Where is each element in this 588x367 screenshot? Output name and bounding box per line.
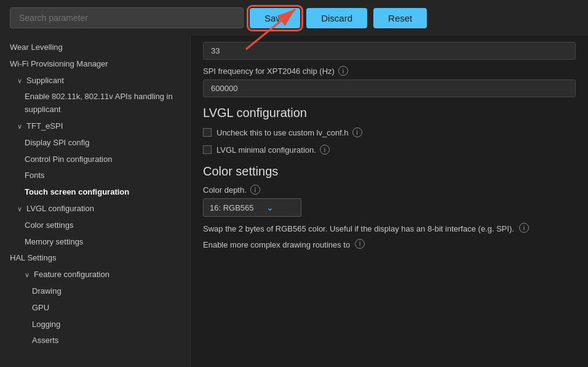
colordepth-dropdown[interactable]: 16: RGB565 ⌄ xyxy=(203,198,301,217)
sidebar-item-fonts[interactable]: Fonts xyxy=(0,167,190,184)
sidebar-item-control-pin[interactable]: Control Pin configuration xyxy=(0,151,190,168)
desc2-info-icon[interactable]: i xyxy=(355,239,365,249)
dropdown-row: 16: RGB565 ⌄ xyxy=(203,198,576,217)
chevron-icon: ∨ xyxy=(25,271,31,278)
sidebar-item-wear-levelling[interactable]: Wear Levelling xyxy=(0,39,190,56)
checkbox2-info-icon[interactable]: i xyxy=(320,145,330,155)
top-bar: Save Discard Reset xyxy=(0,0,588,36)
sidebar-item-enable-802[interactable]: Enable 802.11k, 802.11v APIs handling in… xyxy=(0,89,190,118)
sidebar-item-hal-settings[interactable]: HAL Settings xyxy=(0,250,190,267)
checkbox2[interactable] xyxy=(203,145,212,154)
colordepth-info-icon[interactable]: i xyxy=(250,185,260,195)
value2-field: 600000 xyxy=(203,79,576,97)
sidebar-item-lvgl-config[interactable]: ∨ LVGL configuration xyxy=(0,201,190,217)
chevron-down-icon: ⌄ xyxy=(266,203,274,212)
sidebar-item-logging[interactable]: Logging xyxy=(0,317,190,333)
section1-title: LVGL configuration xyxy=(203,106,576,120)
value1-field: 33 xyxy=(203,42,576,60)
sidebar-item-wifi-provisioning[interactable]: Wi-Fi Provisioning Manager xyxy=(0,56,190,73)
discard-button[interactable]: Discard xyxy=(306,8,367,28)
sidebar-item-gpu[interactable]: GPU xyxy=(0,300,190,317)
sidebar-item-touch-screen[interactable]: Touch screen configuration xyxy=(0,184,190,201)
chevron-icon: ∨ xyxy=(17,123,24,130)
desc1-info-icon[interactable]: i xyxy=(519,223,529,233)
sidebar-item-feature-config[interactable]: ∨ Feature configuration xyxy=(0,267,190,283)
main-content: Wear LevellingWi-Fi Provisioning Manager… xyxy=(0,36,588,367)
section2-title: Color settings xyxy=(203,164,576,179)
checkbox1-row: Uncheck this to use custom lv_conf.h i xyxy=(203,126,576,139)
sidebar-item-drawing[interactable]: Drawing xyxy=(0,283,190,300)
sidebar-item-tft-espi[interactable]: ∨ TFT_eSPI xyxy=(0,118,190,135)
desc2-row: Enable more complex drawing routines to … xyxy=(203,239,576,251)
sidebar-item-memory-settings[interactable]: Memory settings xyxy=(0,234,190,251)
chevron-icon: ∨ xyxy=(17,77,24,84)
save-button[interactable]: Save xyxy=(250,8,300,28)
checkbox2-row: LVGL minimal configuration. i xyxy=(203,143,576,156)
chevron-icon: ∨ xyxy=(17,205,24,212)
checkbox1-info-icon[interactable]: i xyxy=(352,127,362,137)
sidebar-item-supplicant[interactable]: ∨ Supplicant xyxy=(0,73,190,89)
sidebar-item-asserts[interactable]: Asserts xyxy=(0,333,190,349)
sidebar-item-display-spi[interactable]: Display SPI config xyxy=(0,135,190,151)
sidebar-item-color-settings[interactable]: Color settings xyxy=(0,217,190,234)
reset-button[interactable]: Reset xyxy=(373,8,427,28)
right-panel: 33 SPI frequency for XPT2046 chip (Hz) i… xyxy=(191,36,588,367)
checkbox2-label: LVGL minimal configuration. i xyxy=(217,145,330,155)
search-input[interactable] xyxy=(10,7,244,28)
sidebar: Wear LevellingWi-Fi Provisioning Manager… xyxy=(0,36,191,367)
field1-label: SPI frequency for XPT2046 chip (Hz) i xyxy=(203,66,576,76)
field1-info-icon[interactable]: i xyxy=(338,66,348,76)
desc1-row: Swap the 2 bytes of RGB565 color. Useful… xyxy=(203,223,576,235)
checkbox1[interactable] xyxy=(203,128,212,137)
checkbox1-label: Uncheck this to use custom lv_conf.h i xyxy=(217,127,362,137)
colordepth-label: Color depth. i xyxy=(203,185,576,195)
